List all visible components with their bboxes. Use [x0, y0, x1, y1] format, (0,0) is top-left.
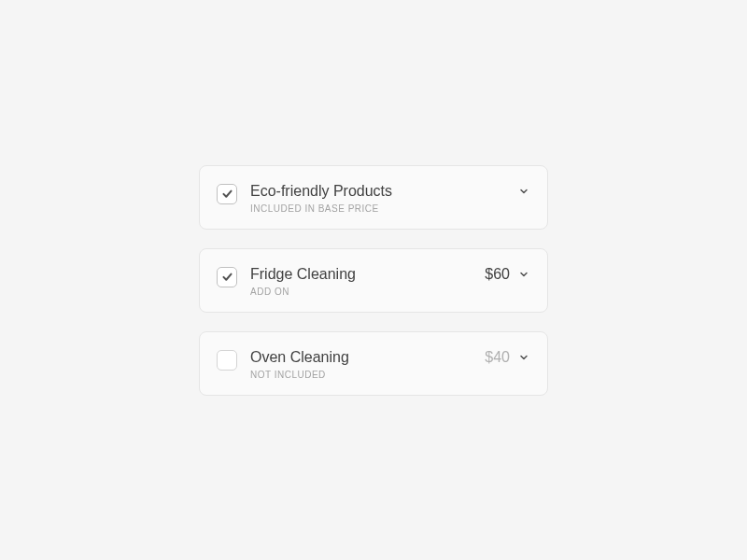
addon-list: Eco-friendly Products INCLUDED IN BASE P…	[199, 165, 548, 396]
card-header: Oven Cleaning $40	[250, 349, 530, 366]
right-side	[517, 185, 530, 198]
card-content: Fridge Cleaning $60 ADD ON	[250, 266, 530, 297]
addon-card-eco-friendly[interactable]: Eco-friendly Products INCLUDED IN BASE P…	[199, 165, 548, 230]
card-header: Fridge Cleaning $60	[250, 266, 530, 283]
addon-title: Fridge Cleaning	[250, 266, 356, 283]
addon-subtitle: INCLUDED IN BASE PRICE	[250, 203, 530, 214]
addon-price: $60	[485, 266, 510, 283]
right-side: $60	[485, 266, 530, 283]
addon-price: $40	[485, 349, 510, 366]
addon-subtitle: ADD ON	[250, 287, 530, 297]
checkbox[interactable]	[217, 350, 237, 371]
checkbox[interactable]	[217, 267, 237, 287]
card-header: Eco-friendly Products	[250, 183, 530, 200]
chevron-down-icon[interactable]	[517, 268, 530, 281]
chevron-down-icon[interactable]	[517, 185, 530, 198]
addon-title: Oven Cleaning	[250, 349, 349, 366]
addon-card-fridge-cleaning[interactable]: Fridge Cleaning $60 ADD ON	[199, 248, 548, 313]
addon-card-oven-cleaning[interactable]: Oven Cleaning $40 NOT INCLUDED	[199, 331, 548, 396]
check-icon	[221, 188, 233, 200]
card-content: Eco-friendly Products INCLUDED IN BASE P…	[250, 183, 530, 214]
addon-subtitle: NOT INCLUDED	[250, 370, 530, 380]
chevron-down-icon[interactable]	[517, 351, 530, 364]
right-side: $40	[485, 349, 530, 366]
checkbox[interactable]	[217, 184, 237, 204]
check-icon	[221, 271, 233, 283]
addon-title: Eco-friendly Products	[250, 183, 392, 200]
card-content: Oven Cleaning $40 NOT INCLUDED	[250, 349, 530, 380]
